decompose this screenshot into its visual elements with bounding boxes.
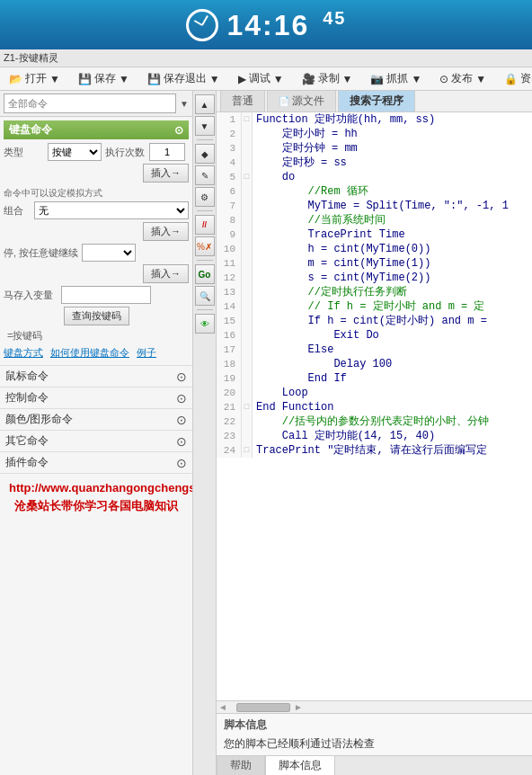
- menu-publish[interactable]: ⊙ 发布 ▼: [434, 69, 492, 88]
- bottom-tabs: 帮助 脚本信息: [217, 755, 532, 775]
- line-number: 22: [217, 414, 242, 429]
- tab-help[interactable]: 帮助: [217, 755, 265, 775]
- line-content: Delay 100: [253, 357, 392, 371]
- combo-select[interactable]: 无: [34, 201, 189, 219]
- vtool-search[interactable]: 🔍: [195, 286, 215, 306]
- tab-normal[interactable]: 普通: [220, 91, 265, 111]
- line-marker: [242, 299, 253, 314]
- line-marker: [242, 127, 253, 141]
- line-number: 10: [217, 242, 242, 256]
- mouse-section: 鼠标命令 ⊙: [0, 366, 192, 388]
- stop-select[interactable]: [82, 244, 136, 262]
- code-line: 24□TracePrint "定时结束, 请在这行后面编写定: [217, 443, 532, 458]
- menu-record[interactable]: 🎥 录制 ▼: [297, 69, 359, 88]
- line-marker: [242, 343, 253, 357]
- line-marker: [242, 242, 253, 256]
- menu-bar: 📂 打开 ▼ 💾 保存 ▼ 💾 保存退出 ▼ ▶ 调试 ▼ 🎥 录制 ▼ 📷 抓…: [0, 67, 532, 91]
- search-input[interactable]: [4, 94, 176, 113]
- menu-save-exit[interactable]: 💾 保存退出 ▼: [142, 69, 226, 88]
- line-number: 19: [217, 371, 242, 386]
- line-number: 6: [217, 184, 242, 199]
- vtool-diamond[interactable]: ◆: [195, 144, 215, 164]
- menu-debug[interactable]: ▶ 调试 ▼: [233, 69, 289, 88]
- line-marker: □: [242, 443, 253, 458]
- vtool-red[interactable]: //: [195, 215, 215, 235]
- line-content: do: [253, 170, 295, 184]
- clock-icon: [186, 9, 218, 41]
- line-content: TracePrint "定时结束, 请在这行后面编写定: [253, 443, 487, 458]
- plugin-section-header[interactable]: 插件命令 ⊙: [0, 452, 192, 473]
- vtool-edit[interactable]: ✎: [195, 165, 215, 185]
- vtool-down[interactable]: ▼: [195, 116, 215, 136]
- v-sep1: [197, 139, 213, 140]
- query-button[interactable]: 查询按键码: [64, 307, 129, 325]
- url-text[interactable]: http://www.quanzhangongchengshi.com/: [0, 474, 192, 496]
- mouse-section-header[interactable]: 鼠标命令 ⊙: [0, 366, 192, 387]
- type-select[interactable]: 按键: [48, 143, 102, 161]
- insert-button-1[interactable]: 插入→: [143, 164, 189, 183]
- link-row: 键盘方式 如何使用键盘命令 例子: [4, 344, 189, 361]
- line-marker: [242, 271, 253, 285]
- vtool-go[interactable]: Go: [195, 264, 215, 284]
- line-marker: [242, 314, 253, 328]
- vtool-up[interactable]: ▲: [195, 94, 215, 114]
- code-editor[interactable]: 1□Function 定时功能(hh, mm, ss)2 定时小时 = hh3 …: [217, 112, 532, 700]
- line-number: 17: [217, 343, 242, 357]
- line-number: 1: [217, 112, 242, 127]
- line-content: TracePrint Time: [253, 227, 405, 242]
- line-content: //定时执行任务判断: [253, 285, 407, 299]
- code-line: 15 If h = cint(定时小时) and m =: [217, 314, 532, 328]
- debug-icon: ▶: [238, 73, 246, 85]
- line-number: 16: [217, 328, 242, 343]
- keyboard-section-title: 键盘命令: [9, 122, 52, 138]
- line-content: Else: [253, 343, 333, 357]
- menu-resource[interactable]: 🔒 资: [499, 69, 532, 88]
- tab-search-sub[interactable]: 搜索子程序: [338, 91, 415, 111]
- line-marker: [242, 199, 253, 213]
- h-scrollbar[interactable]: ◄ ►: [217, 700, 532, 713]
- code-line: 20 Loop: [217, 386, 532, 400]
- combo-row: 组合 无: [4, 201, 189, 219]
- link-keyboard-mode[interactable]: 键盘方式: [4, 346, 43, 360]
- line-marker: [242, 386, 253, 400]
- code-line: 23 Call 定时功能(14, 15, 40): [217, 429, 532, 443]
- save-var-row: 马存入变量: [4, 286, 189, 304]
- record-icon: 🎥: [302, 73, 315, 85]
- menu-capture[interactable]: 📷 抓抓 ▼: [365, 69, 427, 88]
- main-area: ▼ 键盘命令 ⊙ 类型 按键 执行次数 插入→ 命令中可以设定模拟方式: [0, 91, 532, 775]
- menu-save[interactable]: 💾 保存 ▼: [73, 69, 135, 88]
- vtool-eye[interactable]: 👁: [195, 314, 215, 334]
- keyboard-section-header[interactable]: 键盘命令 ⊙: [4, 120, 189, 139]
- link-how-to-use[interactable]: 如何使用键盘命令: [50, 346, 129, 360]
- v-sep3: [197, 260, 213, 261]
- line-content: m = cint(MyTime(1)): [253, 256, 430, 271]
- line-marker: □: [242, 400, 253, 414]
- vtool-gear[interactable]: ⚙: [195, 187, 215, 207]
- other-section-header[interactable]: 其它命令 ⊙: [0, 431, 192, 451]
- tab-script-info[interactable]: 脚本信息: [265, 755, 335, 775]
- other-section-label: 其它命令: [5, 433, 49, 449]
- line-content: End If: [253, 371, 347, 386]
- insert-button-3[interactable]: 插入→: [143, 264, 189, 283]
- link-example[interactable]: 例子: [137, 346, 156, 360]
- mouse-expand-icon: ⊙: [176, 370, 187, 384]
- line-content: MyTime = Split(Time, ":", -1, 1: [253, 199, 509, 213]
- combo-label: 组合: [4, 204, 31, 218]
- control-section-header[interactable]: 控制命令 ⊙: [0, 388, 192, 408]
- line-number: 11: [217, 256, 242, 271]
- capture-icon: 📷: [370, 73, 384, 85]
- stop-row: 停, 按任意键继续: [4, 244, 189, 262]
- vtool-percent[interactable]: %✗: [195, 236, 215, 256]
- line-content: Exit Do: [253, 328, 379, 343]
- scrollbar-thumb[interactable]: [236, 703, 290, 712]
- right-panel: 普通 📄 源文件 搜索子程序 1□Function 定时功能(hh, mm, s…: [217, 91, 532, 775]
- line-marker: [242, 285, 253, 299]
- tab-source[interactable]: 📄 源文件: [267, 91, 336, 111]
- left-top-bar: ▼: [0, 91, 192, 117]
- menu-open[interactable]: 📂 打开 ▼: [4, 69, 66, 88]
- insert-button-2[interactable]: 插入→: [143, 222, 189, 241]
- count-input[interactable]: [149, 143, 185, 161]
- code-line: 14 // If h = 定时小时 and m = 定: [217, 299, 532, 314]
- color-section-header[interactable]: 颜色/图形命令 ⊙: [0, 409, 192, 430]
- var-input[interactable]: [61, 286, 151, 304]
